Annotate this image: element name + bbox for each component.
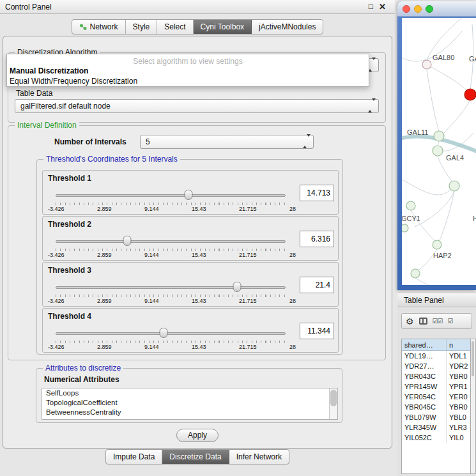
close-window-icon[interactable]: ✕: [379, 2, 386, 12]
checkbox-icon[interactable]: ☑: [448, 318, 453, 325]
tab-cyni-toolbox[interactable]: Cyni Toolbox: [194, 20, 252, 34]
cell[interactable]: YDR27…: [402, 361, 447, 371]
cell[interactable]: YLR345W: [402, 422, 447, 433]
cell[interactable]: YBR0: [447, 402, 470, 412]
slider-thumb[interactable]: [233, 282, 242, 292]
node-gal80[interactable]: [422, 60, 431, 69]
scale-label: -3.426: [48, 298, 65, 304]
scale-label: 9.144: [144, 298, 159, 304]
apply-button[interactable]: Apply: [176, 429, 219, 442]
threshold-3-value-input[interactable]: [300, 277, 334, 293]
tab-discretize-data[interactable]: Discretize Data: [162, 450, 229, 464]
table-row[interactable]: YER054C YER0: [402, 392, 470, 402]
float-window-icon[interactable]: □: [369, 2, 373, 11]
column-header-shared-name[interactable]: shared…: [402, 339, 447, 350]
tab-style[interactable]: Style: [126, 20, 158, 34]
tab-jactivemnodules[interactable]: jActiveMNodules: [252, 20, 323, 34]
slider-scale-labels: -3.426 2.859 9.144 15.43 21.715 28: [48, 206, 296, 212]
slider-thumb[interactable]: [123, 236, 131, 246]
table-panel-toolbar: ⚙ ☑☑ ☑: [401, 313, 472, 329]
list-scrollbar[interactable]: [329, 388, 337, 419]
cell[interactable]: YBR043C: [402, 371, 447, 381]
list-item[interactable]: SelfLoops: [42, 388, 337, 398]
traffic-light-minimize-icon[interactable]: [414, 5, 422, 13]
tab-select[interactable]: Select: [157, 20, 193, 34]
node[interactable]: [402, 224, 408, 232]
slider-track[interactable]: [56, 332, 286, 335]
number-of-intervals-combobox[interactable]: 5: [140, 135, 314, 149]
traffic-light-zoom-icon[interactable]: [426, 5, 433, 13]
scale-label: 21.715: [239, 344, 257, 350]
slider-thumb[interactable]: [184, 190, 192, 200]
tab-infer-network[interactable]: Infer Network: [229, 450, 289, 464]
node[interactable]: [434, 131, 444, 141]
slider-thumb[interactable]: [160, 328, 168, 338]
node-label-gal80: GAL80: [433, 54, 454, 61]
threshold-2-value-input[interactable]: [300, 231, 334, 247]
numerical-attributes-list[interactable]: SelfLoops TopologicalCoefficient Between…: [42, 388, 338, 420]
threshold-4-value-input[interactable]: [300, 323, 334, 339]
cell[interactable]: YBL0: [447, 412, 470, 422]
menu-item-equal-width-frequency[interactable]: Equal Width/Frequency Discretization: [10, 77, 367, 86]
list-item[interactable]: BetweennessCentrality: [42, 408, 337, 417]
slider-track[interactable]: [56, 286, 286, 289]
slider-track[interactable]: [56, 240, 286, 243]
table-scrollbar[interactable]: [471, 339, 476, 474]
column-header-name[interactable]: n: [447, 339, 470, 350]
control-panel-title: Control Panel: [5, 3, 52, 12]
table-data-combobox[interactable]: galFiltered.sif default node: [15, 99, 379, 113]
threshold-3-slider[interactable]: [56, 282, 286, 293]
slider-scale-labels: -3.426 2.859 9.144 15.43 21.715 28: [48, 344, 296, 350]
slider-ticks: [56, 341, 286, 343]
slider-track[interactable]: [56, 194, 286, 197]
threshold-1-slider[interactable]: [56, 190, 286, 201]
table-row[interactable]: YDL19… YDL1: [402, 351, 470, 361]
tab-impute-data[interactable]: Impute Data: [106, 450, 162, 464]
cell[interactable]: YDL19…: [402, 351, 447, 361]
node-gal4[interactable]: [433, 146, 443, 156]
table-row[interactable]: YBL079W YBL0: [402, 412, 470, 422]
cell[interactable]: YDL1: [447, 351, 470, 361]
highlighted-node[interactable]: [464, 89, 476, 100]
select-all-checkboxes-icon[interactable]: ☑☑: [433, 318, 443, 325]
scrollbar-thumb[interactable]: [472, 341, 474, 376]
tab-network[interactable]: Network: [72, 20, 126, 34]
node[interactable]: [449, 181, 459, 191]
gear-icon[interactable]: ⚙: [406, 317, 414, 326]
cell[interactable]: YPR145W: [402, 381, 447, 392]
cell[interactable]: YBR045C: [402, 402, 447, 412]
columns-icon[interactable]: [419, 318, 427, 325]
cell[interactable]: YBL079W: [402, 412, 447, 422]
threshold-1-value-input[interactable]: [300, 185, 334, 201]
table-data-combobox-value: galFiltered.sif default node: [20, 102, 111, 111]
cell[interactable]: YIL0: [447, 433, 470, 443]
cell[interactable]: YPR1: [447, 381, 470, 392]
table-row[interactable]: YDR27… YDR2: [402, 361, 470, 371]
table-row[interactable]: YBR045C YBR0: [402, 402, 470, 412]
tab-style-label: Style: [133, 22, 150, 31]
network-canvas[interactable]: GAL80 GA GAL11 GAL4 GCY1 H HAP2: [402, 18, 476, 285]
cell[interactable]: YBR0: [447, 371, 470, 381]
combo-stepper-icon[interactable]: [368, 101, 376, 111]
cell[interactable]: YER0: [447, 392, 470, 402]
threshold-2-slider[interactable]: [56, 236, 286, 247]
node[interactable]: [411, 269, 420, 278]
table-row[interactable]: YBR043C YBR0: [402, 371, 470, 381]
combo-stepper-icon[interactable]: [303, 137, 311, 147]
scale-label: 15.43: [192, 344, 206, 350]
cell[interactable]: YER054C: [402, 392, 447, 402]
table-row[interactable]: YIL052C YIL0: [402, 433, 470, 443]
cell[interactable]: YDR2: [447, 361, 470, 371]
traffic-light-close-icon[interactable]: [403, 5, 410, 13]
cell[interactable]: YLR3: [447, 422, 470, 433]
table-row[interactable]: YPR145W YPR1: [402, 381, 470, 392]
network-window-titlebar[interactable]: [397, 1, 476, 17]
threshold-4-slider[interactable]: [56, 328, 286, 339]
node-hap2[interactable]: [433, 240, 441, 249]
node-gcy1[interactable]: [406, 201, 415, 210]
cell[interactable]: YIL052C: [402, 433, 447, 443]
scrollbar-thumb[interactable]: [330, 390, 337, 406]
table-row[interactable]: YLR345W YLR3: [402, 422, 470, 433]
list-item[interactable]: TopologicalCoefficient: [42, 398, 337, 408]
menu-item-manual-discretization[interactable]: Manual Discretization: [10, 66, 367, 75]
